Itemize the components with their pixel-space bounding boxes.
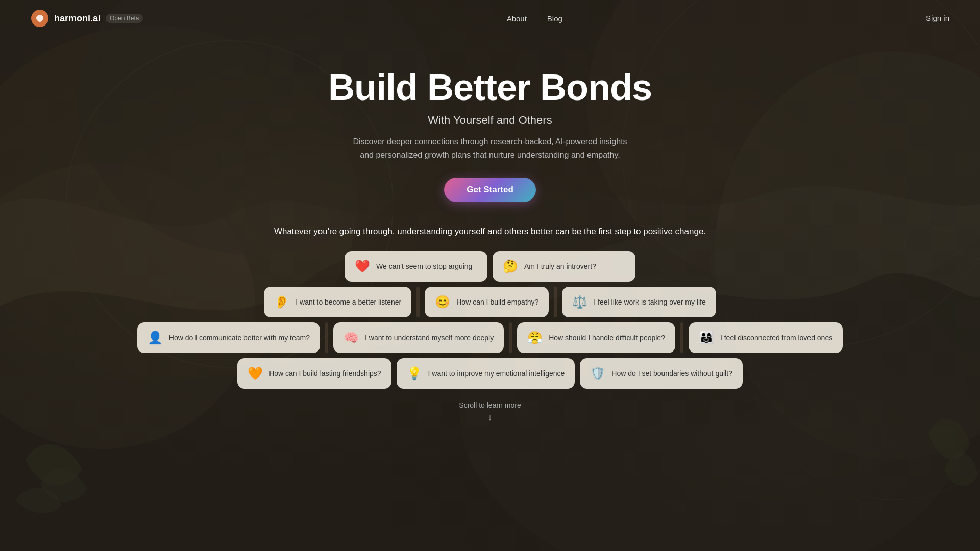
card-listener[interactable]: 👂 I want to become a better listener xyxy=(264,287,411,317)
card-boundaries-text: How do I set boundaries without guilt? xyxy=(611,369,732,379)
nav-about[interactable]: About xyxy=(507,14,527,23)
brand: harmoni.ai Open Beta xyxy=(31,9,143,28)
divider-3 xyxy=(325,322,328,353)
shield-icon: 🛡️ xyxy=(590,366,605,381)
cards-area: ❤️ We can't seem to stop arguing 🤔 Am I … xyxy=(0,251,980,389)
divider-1 xyxy=(416,287,420,317)
card-emotional[interactable]: 💡 I want to improve my emotional intelli… xyxy=(397,358,575,389)
card-difficult[interactable]: 😤 How should I handle difficult people? xyxy=(517,322,675,353)
card-arguing-text: We can't seem to stop arguing xyxy=(376,262,472,272)
card-listener-text: I want to become a better listener xyxy=(296,297,401,308)
get-started-button[interactable]: Get Started xyxy=(444,178,536,202)
card-team-text: How do I communicate better with my team… xyxy=(169,333,310,343)
card-arguing[interactable]: ❤️ We can't seem to stop arguing xyxy=(345,251,487,282)
card-emotional-text: I want to improve my emotional intellige… xyxy=(428,369,565,379)
beta-badge: Open Beta xyxy=(106,14,143,23)
card-self[interactable]: 🧠 I want to understand myself more deepl… xyxy=(333,322,504,353)
hero-subtitle: With Yourself and Others xyxy=(0,114,980,127)
card-friendships-text: How can I build lasting friendships? xyxy=(269,369,381,379)
scroll-arrow: ↓ xyxy=(0,412,980,423)
card-disconnected[interactable]: 👨‍👩‍👧 I feel disconnected from loved one… xyxy=(689,322,843,353)
angry-icon: 😤 xyxy=(527,331,543,345)
card-disconnected-text: I feel disconnected from loved ones xyxy=(720,333,832,343)
brand-name: harmoni.ai xyxy=(54,13,101,24)
heart-icon: ❤️ xyxy=(355,259,370,273)
scale-icon: ⚖️ xyxy=(572,295,587,309)
signin-button[interactable]: Sign in xyxy=(926,14,949,22)
cards-row-4: 🧡 How can I build lasting friendships? 💡… xyxy=(237,358,743,389)
card-team[interactable]: 👤 How do I communicate better with my te… xyxy=(137,322,320,353)
nav-right: Sign in xyxy=(926,14,949,23)
cards-row-1: ❤️ We can't seem to stop arguing 🤔 Am I … xyxy=(345,251,635,282)
divider-5 xyxy=(680,322,683,353)
divider-2 xyxy=(554,287,557,317)
family-icon: 👨‍👩‍👧 xyxy=(699,331,714,345)
card-work-text: I feel like work is taking over my life xyxy=(594,297,705,308)
card-work[interactable]: ⚖️ I feel like work is taking over my li… xyxy=(562,287,716,317)
divider-4 xyxy=(509,322,512,353)
card-difficult-text: How should I handle difficult people? xyxy=(549,333,665,343)
card-empathy-text: How can I build empathy? xyxy=(456,297,538,308)
card-boundaries[interactable]: 🛡️ How do I set boundaries without guilt… xyxy=(580,358,743,389)
card-introvert-text: Am I truly an introvert? xyxy=(524,262,596,272)
hero-title: Build Better Bonds xyxy=(0,67,980,108)
scroll-area: Scroll to learn more ↓ xyxy=(0,401,980,423)
bulb-icon: 💡 xyxy=(407,366,422,381)
hero-description: Discover deeper connections through rese… xyxy=(352,135,628,161)
cards-row-2: 👂 I want to become a better listener 😊 H… xyxy=(264,287,716,317)
navbar: harmoni.ai Open Beta About Blog Sign in xyxy=(0,0,980,37)
brain-icon: 🧠 xyxy=(344,331,359,345)
cards-row-3: 👤 How do I communicate better with my te… xyxy=(137,322,843,353)
nav-links: About Blog xyxy=(507,14,562,23)
thinking-icon: 🤔 xyxy=(503,259,518,273)
team-icon: 👤 xyxy=(148,331,163,345)
hero-section: Build Better Bonds With Yourself and Oth… xyxy=(0,37,980,202)
nav-blog[interactable]: Blog xyxy=(547,14,562,23)
heart-orange-icon: 🧡 xyxy=(248,366,263,381)
card-self-text: I want to understand myself more deeply xyxy=(365,333,494,343)
card-empathy[interactable]: 😊 How can I build empathy? xyxy=(425,287,549,317)
scroll-text: Scroll to learn more xyxy=(0,401,980,409)
logo-icon xyxy=(31,9,49,28)
card-introvert[interactable]: 🤔 Am I truly an introvert? xyxy=(493,251,635,282)
card-friendships[interactable]: 🧡 How can I build lasting friendships? xyxy=(237,358,391,389)
ear-icon: 👂 xyxy=(274,295,289,309)
tagline: Whatever you're going through, understan… xyxy=(0,227,980,237)
smile-icon: 😊 xyxy=(435,295,450,309)
